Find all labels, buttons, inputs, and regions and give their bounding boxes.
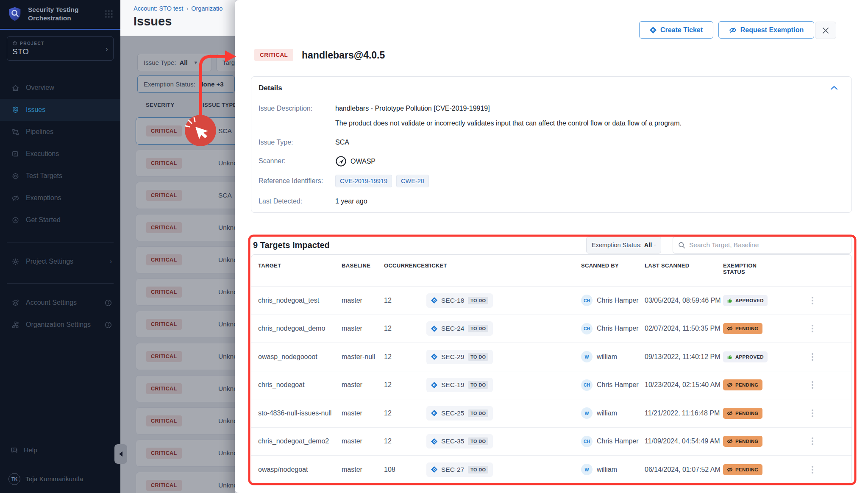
issue-row[interactable]: CRITICALUnknown <box>136 150 235 177</box>
issue-row[interactable]: CRITICALSCA <box>136 182 235 209</box>
sidebar-item-pipelines[interactable]: Pipelines <box>0 121 120 143</box>
scanned-by-name: william <box>597 466 617 474</box>
table-row[interactable]: owasp_nodegoooot master-null 12 SEC-29TO… <box>251 343 851 371</box>
thumbs-up-icon <box>727 298 733 304</box>
issues-list-background: Issue Type:All▾ Targ Exemption Status:No… <box>120 36 235 493</box>
severity-badge: CRITICAL <box>146 190 182 201</box>
severity-badge: CRITICAL <box>146 448 182 459</box>
sidebar-item-issues[interactable]: Issues <box>0 99 120 121</box>
issue-row[interactable]: CRITICALUnknown <box>136 214 235 241</box>
last-scanned-cell: 10/23/2024, 02:15:40 AM <box>645 381 723 389</box>
dropdown-label: Exemption Status: <box>592 242 642 248</box>
sidebar-item-executions[interactable]: Executions <box>0 143 120 165</box>
sidebar-item-exemptions[interactable]: Exemptions <box>0 187 120 209</box>
sidebar-item-project-settings[interactable]: Project Settings › <box>0 251 120 273</box>
sidebar-item-organization-settings[interactable]: Organization Settings <box>0 314 120 336</box>
reference-chip-cve[interactable]: CVE-2019-19919 <box>335 175 392 187</box>
breadcrumb-account-link[interactable]: Account: STO test <box>134 5 183 12</box>
ticket-diamond-icon <box>431 438 437 445</box>
ticket-diamond-icon <box>431 382 437 388</box>
sidebar-item-account-settings[interactable]: Account Settings <box>0 292 120 314</box>
table-row[interactable]: chris_nodegoat_test master 12 SEC-18TO D… <box>251 286 851 315</box>
details-card: Details Issue Description: handlebars - … <box>251 76 852 213</box>
last-scanned-cell: 06/14/2024, 01:07:52 AM <box>645 466 723 474</box>
user-menu[interactable]: TK Teja Kummarikuntla <box>0 468 120 490</box>
targets-impacted-heading: 9 Targets Impacted <box>253 240 330 250</box>
issue-row[interactable]: CRITICALUnknown <box>136 472 235 493</box>
project-selector[interactable]: PROJECT STO › <box>7 36 114 61</box>
target-cell: chris_nodegoat_demo <box>258 325 342 332</box>
issue-row[interactable]: CRITICALUnknown <box>136 246 235 273</box>
row-menu-button[interactable] <box>773 466 851 474</box>
row-menu-button[interactable] <box>773 325 851 332</box>
breadcrumb-org-link[interactable]: Organizatio <box>191 5 223 12</box>
dropdown-value: All <box>644 242 652 248</box>
ticket-link[interactable]: SEC-27TO DO <box>426 462 493 477</box>
row-menu-button[interactable] <box>773 381 851 389</box>
sidebar-item-overview[interactable]: Overview <box>0 77 120 99</box>
sidebar-item-label: Issues <box>26 106 45 114</box>
ticket-link[interactable]: SEC-19TO DO <box>426 378 493 392</box>
row-menu-button[interactable] <box>773 297 851 304</box>
exemption-status-dropdown[interactable]: Exemption Status:All <box>586 237 661 253</box>
ticket-link[interactable]: SEC-35TO DO <box>426 434 493 448</box>
status-label: PENDING <box>735 382 759 387</box>
gear-icon <box>11 258 19 266</box>
table-row[interactable]: sto-4836-null-issues-null master 12 SEC-… <box>251 399 851 427</box>
target-cell: chris_nodegoat <box>258 381 342 389</box>
get-started-icon <box>11 216 19 224</box>
severity-badge: CRITICAL <box>146 319 182 330</box>
issue-type-cell: Unknown <box>218 224 235 231</box>
ticket-link[interactable]: SEC-24TO DO <box>426 321 493 336</box>
issue-row[interactable]: CRITICALUnknown <box>136 279 235 306</box>
scanned-by-name: Chris Hamper <box>597 325 639 332</box>
reference-chip-cwe[interactable]: CWE-20 <box>396 175 429 187</box>
eye-off-icon <box>11 194 19 202</box>
column-header-target: TARGET <box>258 262 342 269</box>
sidebar-item-get-started[interactable]: Get Started <box>0 209 120 231</box>
scanned-by-name: Chris Hamper <box>597 381 639 389</box>
sidebar-item-help[interactable]: ? Help <box>0 441 120 460</box>
last-scanned-cell: 11/09/2024, 04:54:49 AM <box>645 437 723 445</box>
issue-row[interactable]: CRITICALUnknown <box>136 311 235 338</box>
create-ticket-button[interactable]: Create Ticket <box>639 21 713 39</box>
table-row[interactable]: chris_nodegoat_demo master 12 SEC-24TO D… <box>251 315 851 343</box>
table-row[interactable]: chris_nodegoat master 12 SEC-19TO DO CHC… <box>251 371 851 399</box>
issue-row[interactable]: CRITICALUnknown <box>136 407 235 435</box>
user-avatar: TK <box>8 473 20 485</box>
ticket-link[interactable]: SEC-18TO DO <box>426 293 493 308</box>
filter-label: Exemption Status: <box>144 81 195 88</box>
request-exemption-button[interactable]: Request Exemption <box>718 21 814 39</box>
search-input[interactable] <box>689 241 846 249</box>
sidebar-collapse-handle[interactable] <box>114 444 127 464</box>
sidebar-item-test-targets[interactable]: Test Targets <box>0 165 120 187</box>
target-search <box>673 237 851 253</box>
user-name: Teja Kummarikuntla <box>25 475 83 483</box>
severity-badge: CRITICAL <box>146 480 182 491</box>
issue-type-filter[interactable]: Issue Type:All▾ <box>137 54 212 71</box>
table-row[interactable]: owasp/nodegoat master 108 SEC-27TO DO Ww… <box>251 455 851 483</box>
issue-row[interactable]: CRITICALUnknown <box>136 375 235 402</box>
filter-value: None +3 <box>199 81 224 88</box>
ticket-link[interactable]: SEC-25TO DO <box>426 406 493 421</box>
issue-row[interactable]: CRITICALSCA <box>136 117 235 145</box>
executions-play-icon <box>11 150 19 158</box>
exemption-status-filter[interactable]: Exemption Status:None +3 <box>137 75 235 93</box>
row-menu-button[interactable] <box>773 437 851 445</box>
app-switcher-grid-icon[interactable] <box>104 9 114 19</box>
row-menu-button[interactable] <box>773 353 851 361</box>
sidebar: Security Testing Orchestration PROJECT S… <box>0 0 120 493</box>
issue-row[interactable]: CRITICALUnknown <box>136 440 235 467</box>
sidebar-item-label: Test Targets <box>26 172 62 180</box>
close-drawer-button[interactable] <box>815 22 836 39</box>
table-row[interactable]: chris_nodegoat_demo2 master 12 SEC-35TO … <box>251 427 851 456</box>
status-label: APPROVED <box>735 298 764 303</box>
collapse-chevron-up-icon[interactable] <box>830 85 838 90</box>
exemption-status-badge: PENDING <box>723 436 762 447</box>
ticket-link[interactable]: SEC-29TO DO <box>426 350 493 364</box>
issue-description-label: Issue Description: <box>259 105 312 112</box>
target-filter[interactable]: Targ <box>216 54 235 71</box>
row-menu-button[interactable] <box>773 409 851 417</box>
issue-row[interactable]: CRITICALUnknown <box>136 343 235 370</box>
reference-identifiers-label: Reference Identifiers: <box>259 177 323 185</box>
